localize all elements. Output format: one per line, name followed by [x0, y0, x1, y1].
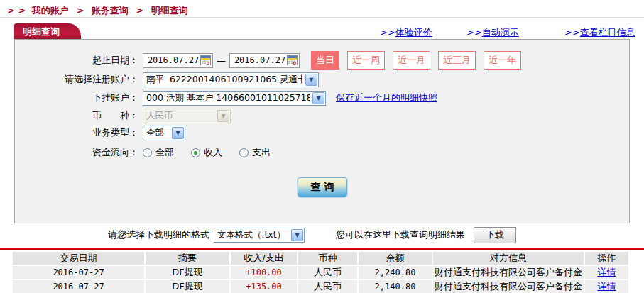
page: > > 我的账户 > 账务查询 > 明细查询 明细查询 >>体验评价 >>自动演… [0, 0, 644, 293]
flow-option-label: 支出 [252, 146, 271, 159]
detail-link[interactable]: 详情 [598, 281, 616, 292]
cell-date: 2016-07-27 [13, 280, 144, 293]
col-header-date: 交易日期 [13, 252, 144, 265]
biz-type-label: 业务类型： [15, 126, 138, 139]
register-account-row: 请选择注册账户： 南平 6222001406100921065 灵通卡 ▼ [15, 72, 629, 87]
chevron-down-icon: ▼ [217, 110, 229, 122]
flow-option-all[interactable]: 全部 [143, 146, 174, 159]
table-row: 2016-07-27 DF提现 +100.00 人民币 2,240.80 财付通… [13, 266, 628, 279]
calendar-icon[interactable] [200, 55, 211, 65]
link-experience-rating[interactable]: >>体验评价 [380, 26, 432, 39]
period-button-last-month[interactable]: 近一月 [393, 51, 430, 70]
link-prefix: >> [380, 27, 395, 38]
radio-icon[interactable] [143, 148, 152, 157]
flow-option-label: 收入 [204, 146, 222, 159]
currency-row: 币 种： 人民币 ▼ [15, 109, 629, 123]
link-view-column-info[interactable]: >>查看栏目信息 [564, 26, 635, 39]
breadcrumb: > > 我的账户 > 账务查询 > 明细查询 [7, 4, 191, 17]
divider-red [0, 248, 644, 250]
sub-account-select[interactable]: 000 活期 基本户 1406600101102571848 ▼ [143, 91, 326, 106]
cell-counterparty: 财付通支付科技有限公司客户备付金 [433, 266, 584, 279]
date-range-separator: — [217, 55, 226, 66]
period-button-today[interactable]: 当日 [311, 51, 339, 70]
col-header-amount: 收入/支出 [231, 252, 297, 265]
breadcrumb-item-account-query[interactable]: 账务查询 [92, 5, 129, 16]
cell-currency: 人民币 [298, 280, 357, 293]
breadcrumb-item-detail-query[interactable]: 明细查询 [151, 5, 188, 16]
breadcrumb-item-my-account[interactable]: 我的账户 [32, 5, 69, 16]
chevron-down-icon: ▼ [312, 92, 324, 104]
biz-type-row: 业务类型： 全部 ▼ [15, 126, 629, 140]
cell-currency: 人民币 [298, 266, 357, 279]
table-header-row: 交易日期 摘要 收入/支出 币种 余额 对方信息 操作 [13, 252, 628, 265]
breadcrumb-prefix: > > [7, 5, 26, 16]
radio-icon[interactable] [239, 148, 249, 157]
currency-label: 币 种： [15, 109, 138, 122]
register-account-select[interactable]: 南平 6222001406100921065 灵通卡 ▼ [143, 72, 319, 87]
calendar-icon[interactable] [287, 55, 298, 65]
download-row: 请您选择下载明细的格式 文本格式（.txt） ▼ 您可以在这里下载查询明细结果 … [108, 226, 516, 244]
flow-label: 资金流向： [15, 146, 138, 159]
register-account-label: 请选择注册账户： [15, 73, 138, 86]
date-to-box [229, 53, 300, 68]
link-label[interactable]: 查看栏目信息 [580, 27, 635, 38]
detail-link[interactable]: 详情 [598, 267, 616, 277]
results-table: 交易日期 摘要 收入/支出 币种 余额 对方信息 操作 2016-07-27 D… [11, 250, 630, 293]
date-to-input[interactable] [233, 55, 287, 65]
cell-counterparty: 财付通支付科技有限公司客户备付金 [433, 280, 584, 293]
breadcrumb-separator: > [136, 5, 143, 16]
chevron-down-icon: ▼ [172, 127, 184, 139]
col-header-summary: 摘要 [146, 252, 229, 265]
breadcrumb-separator: > [76, 5, 84, 16]
download-format-label: 请您选择下载明细的格式 [108, 228, 209, 241]
date-range-row: 起止日期： — [15, 51, 629, 70]
download-format-value: 文本格式（.txt） [217, 229, 285, 241]
sub-account-row: 下挂账户： 000 活期 基本户 1406600101102571848 ▼ 保… [15, 90, 629, 106]
cell-summary: DF提现 [146, 266, 229, 279]
cell-balance: 2,140.80 [359, 280, 432, 293]
cell-balance: 2,240.80 [359, 266, 432, 279]
period-button-last-year[interactable]: 近一年 [484, 51, 521, 70]
date-from-box [143, 53, 213, 68]
biz-type-select[interactable]: 全部 ▼ [143, 126, 185, 140]
cell-summary: DF提现 [146, 280, 229, 293]
cell-amount: +135.00 [231, 280, 297, 293]
divider [0, 17, 644, 18]
chevron-down-icon: ▼ [291, 229, 303, 241]
sub-account-value: 000 活期 基本户 1406600101102571848 [146, 92, 310, 104]
top-links: >>体验评价 >>自动演示 >>查看栏目信息 [0, 26, 644, 39]
sub-account-label: 下挂账户： [15, 92, 138, 104]
cell-amount: +100.00 [231, 266, 297, 279]
cell-action: 详情 [585, 266, 628, 279]
date-from-input[interactable] [146, 55, 200, 65]
cell-date: 2016-07-27 [13, 266, 144, 279]
flow-row: 资金流向： 全部 收入 支出 [15, 145, 629, 160]
col-header-currency: 币种 [298, 252, 357, 265]
download-hint: 您可以在这里下载查询明细结果 [336, 228, 465, 241]
register-account-value: 南平 6222001406100921065 灵通卡 [146, 74, 302, 86]
link-label[interactable]: 体验评价 [395, 27, 432, 38]
flow-option-income[interactable]: 收入 [191, 146, 222, 159]
date-range-label: 起止日期： [15, 54, 138, 67]
cell-action: 详情 [585, 280, 628, 293]
link-auto-demo[interactable]: >>自动演示 [466, 26, 519, 39]
col-header-balance: 余额 [359, 252, 432, 265]
flow-option-expense[interactable]: 支出 [239, 146, 271, 159]
table-row: 2016-07-27 DF提现 +135.00 人民币 2,140.80 财付通… [13, 280, 628, 293]
download-button[interactable]: 下载 [474, 227, 516, 243]
link-prefix: >> [466, 27, 482, 38]
currency-select: 人民币 ▼ [143, 109, 231, 123]
period-button-last-week[interactable]: 近一周 [347, 51, 385, 70]
col-header-action: 操作 [585, 252, 628, 265]
period-button-last-3-months[interactable]: 近三月 [438, 51, 476, 70]
snapshot-link[interactable]: 保存近一个月的明细快照 [336, 92, 437, 104]
link-label[interactable]: 自动演示 [482, 27, 519, 38]
flow-option-label: 全部 [155, 146, 174, 159]
chevron-down-icon: ▼ [305, 74, 317, 86]
query-button[interactable]: 查 询 [298, 177, 347, 197]
currency-value: 人民币 [146, 110, 173, 122]
download-format-select[interactable]: 文本格式（.txt） ▼ [214, 228, 305, 243]
col-header-counterparty: 对方信息 [433, 252, 584, 265]
link-prefix: >> [564, 27, 580, 38]
radio-icon[interactable] [191, 148, 200, 157]
